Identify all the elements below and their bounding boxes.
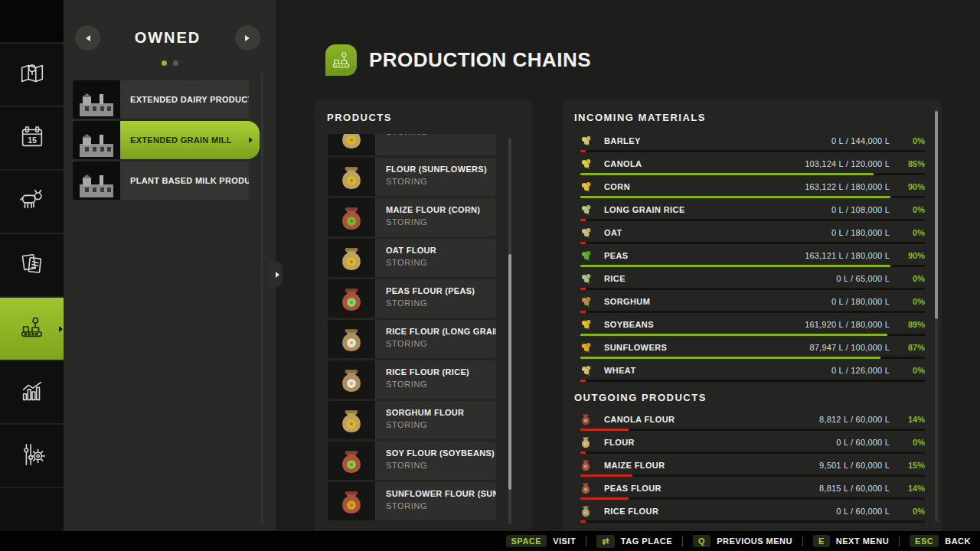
key-badge: ⇄: [596, 535, 615, 548]
sidebar-item-statistics[interactable]: [0, 361, 64, 425]
material-percent: 0%: [890, 228, 925, 237]
material-percent: 0%: [890, 274, 925, 283]
owned-next-button[interactable]: [235, 25, 260, 51]
product-name: PEAS FLOUR (PEAS): [386, 286, 496, 295]
fill-level-bar: [580, 242, 925, 244]
material-percent: 0%: [890, 297, 925, 306]
product-item[interactable]: MAIZE FLOUR (CORN) STORING: [328, 198, 496, 236]
right-arrow-icon: [276, 272, 279, 278]
sidebar-item-map[interactable]: [0, 44, 64, 107]
owned-title: OWNED: [135, 29, 201, 47]
production-chains-icon: [18, 313, 47, 345]
product-name: FLOUR (SUNFLOWERS): [386, 165, 496, 174]
material-name: FLOUR: [604, 438, 635, 447]
product-item[interactable]: SOY FLOUR (SOYBEANS) STORING: [328, 442, 496, 480]
material-name: CORN: [604, 182, 630, 191]
product-item[interactable]: PEAS FLOUR (PEAS) STORING: [328, 279, 496, 318]
owned-prev-button[interactable]: [75, 25, 100, 51]
product-item[interactable]: SORGHUM FLOUR STORING: [328, 401, 496, 439]
sidebar-item-prices[interactable]: [0, 234, 64, 298]
products-scrollbar-thumb[interactable]: [508, 254, 511, 490]
product-status: STORING: [386, 501, 496, 510]
owned-facility-item[interactable]: EXTENDED GRAIN MILL: [73, 121, 249, 159]
bottom-bar: SPACE VISIT ⇄ TAG PLACE Q PREVIOUS MENU …: [0, 531, 980, 551]
owned-facility-item[interactable]: PLANT BASED MILK PRODU...: [73, 161, 249, 200]
product-info: RICE FLOUR (RICE) STORING: [375, 360, 496, 399]
material-percent: 90%: [890, 251, 925, 260]
keybind-hint[interactable]: SPACE VISIT: [506, 535, 577, 547]
material-percent: 87%: [890, 343, 925, 352]
sidebar-item-production-chains[interactable]: [0, 298, 64, 361]
keybind-hint[interactable]: ⇄ TAG PLACE: [596, 535, 672, 548]
key-badge: Q: [693, 535, 710, 547]
fill-level-bar: [580, 380, 925, 382]
page-title: PRODUCTION CHAINS: [369, 48, 591, 72]
owned-scrollbar[interactable]: [261, 73, 263, 526]
product-item[interactable]: RICE FLOUR (RICE) STORING: [328, 360, 496, 399]
owned-facility-item[interactable]: EXTENDED DAIRY PRODUCT...: [73, 80, 249, 119]
product-info: STORING: [375, 134, 496, 155]
material-row: WHEAT 0 L / 126,000 L 0%: [580, 362, 925, 385]
material-row: CORN 163,122 L / 180,000 L 90%: [580, 178, 925, 201]
material-percent: 89%: [890, 320, 925, 329]
production-chains-icon: [325, 44, 357, 76]
materials-scrollbar-thumb[interactable]: [935, 111, 938, 319]
materials-scrollbar-track[interactable]: [935, 109, 938, 522]
material-amount: 87,947 L / 100,000 L: [809, 343, 890, 352]
owned-facility-list: EXTENDED DAIRY PRODUCT... EXTENDED GRAIN…: [64, 80, 249, 200]
material-icon: [580, 482, 593, 494]
material-name: SOYBEANS: [604, 320, 654, 329]
sidebar-item-calendar[interactable]: 15: [0, 107, 64, 171]
product-name: SORGHUM FLOUR: [386, 408, 496, 417]
product-name: RICE FLOUR (LONG GRAIN R...: [386, 327, 496, 336]
material-amount: 8,815 L / 60,000 L: [819, 484, 890, 493]
fill-level-bar: [580, 357, 925, 359]
incoming-materials-list: BARLEY 0 L / 144,000 L 0% CANOLA 103,124…: [563, 132, 942, 385]
material-row: RICE FLOUR 0 L / 60,000 L 0%: [580, 503, 925, 526]
keybind-hint[interactable]: E NEXT MENU: [813, 535, 889, 547]
fill-level-bar: [580, 497, 925, 500]
fill-level-bar: [580, 219, 925, 221]
sidebar-item-animals[interactable]: [0, 171, 64, 234]
fill-level-bar: [580, 334, 925, 336]
keybind-hint[interactable]: ESC BACK: [910, 535, 971, 547]
sidebar-item-settings[interactable]: [0, 425, 64, 488]
material-amount: 163,121 L / 180,000 L: [805, 251, 890, 260]
right-arrow-icon: [249, 137, 253, 143]
material-row: OAT 0 L / 180,000 L 0%: [580, 224, 925, 247]
product-status: STORING: [386, 339, 496, 348]
product-status: STORING: [386, 298, 496, 308]
material-name: CANOLA: [604, 159, 642, 168]
product-item[interactable]: STORING: [328, 134, 496, 155]
material-amount: 0 L / 60,000 L: [836, 507, 890, 516]
page-header: PRODUCTION CHAINS: [325, 44, 591, 76]
material-row: CANOLA 103,124 L / 120,000 L 85%: [580, 155, 925, 178]
facility-label: PLANT BASED MILK PRODU...: [120, 161, 249, 200]
product-sack-icon: [328, 442, 375, 480]
material-icon: [580, 295, 593, 308]
product-item[interactable]: RICE FLOUR (LONG GRAIN R... STORING: [328, 320, 496, 358]
material-icon: [580, 436, 593, 448]
map-icon: [18, 59, 47, 91]
panel-collapse-handle[interactable]: [269, 261, 283, 288]
product-item[interactable]: SUNFLOWER FLOUR (SUNFL... STORING: [328, 482, 496, 520]
hint-label: BACK: [945, 536, 971, 546]
product-status: STORING: [386, 461, 496, 470]
material-row: LONG GRAIN RICE 0 L / 108,000 L 0%: [580, 201, 925, 224]
keybind-hint[interactable]: Q PREVIOUS MENU: [693, 535, 792, 547]
product-sack-icon: [328, 279, 375, 318]
product-status: STORING: [386, 217, 496, 227]
product-item[interactable]: FLOUR (SUNFLOWERS) STORING: [328, 158, 496, 196]
products-scrollbar-track[interactable]: [508, 138, 511, 524]
material-percent: 0%: [890, 136, 925, 145]
material-icon: [580, 158, 593, 170]
product-sack-icon: [328, 158, 375, 196]
fill-level-bar: [580, 150, 925, 152]
material-icon: [580, 181, 593, 193]
material-amount: 0 L / 60,000 L: [836, 438, 890, 447]
statistics-icon: [18, 377, 47, 409]
product-item[interactable]: OAT FLOUR STORING: [328, 239, 496, 277]
fill-level-bar: [580, 452, 925, 454]
material-icon: [580, 413, 593, 425]
product-name: RICE FLOUR (RICE): [386, 367, 496, 377]
